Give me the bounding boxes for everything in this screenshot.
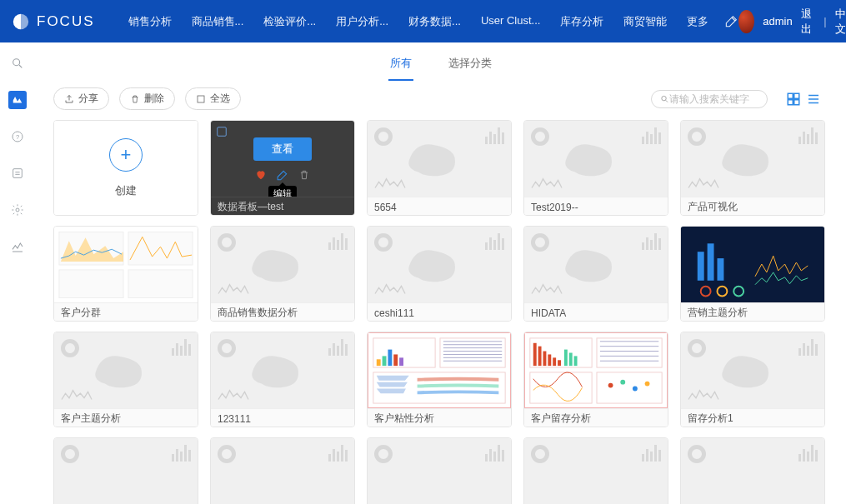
checkbox-icon [196,94,206,104]
app-header: FOCUS 销售分析 商品销售... 检验评价... 用户分析... 财务数据.… [0,0,846,42]
dashboard-card[interactable]: 商品销售数据分析 [210,226,355,322]
svg-rect-9 [788,99,793,104]
svg-rect-14 [59,270,123,298]
svg-rect-41 [597,338,662,367]
dashboard-card[interactable]: Test2019-- [523,120,668,216]
dashboard-card[interactable]: HIDATA [523,226,668,322]
toolbar: 分享 删除 全选 [35,81,846,117]
rail-help-icon[interactable]: ? [8,127,27,146]
create-card[interactable]: + 创建 [53,120,198,216]
card-title: 5654 [368,197,511,216]
card-overlay: 查看 编辑 [211,121,354,197]
svg-rect-7 [788,93,793,98]
delete-button[interactable]: 删除 [119,87,175,110]
dashboard-card[interactable]: 营销主题分析 [680,226,825,322]
nav-user-analysis[interactable]: 用户分析... [326,14,398,29]
dashboard-card[interactable]: 客户粘性分析 [367,332,512,427]
logo[interactable]: FOCUS [12,12,95,31]
list-view-icon[interactable] [806,92,821,107]
view-button[interactable]: 查看 [253,137,312,161]
edit-icon[interactable]: 编辑 [277,169,288,181]
svg-point-44 [608,383,613,388]
svg-text:?: ? [16,133,19,141]
svg-rect-17 [698,252,704,281]
nav-finance[interactable]: 财务数据... [398,14,471,29]
svg-rect-18 [708,243,714,280]
main-content: 所有 选择分类 分享 删除 全选 + 创建 [35,42,846,504]
svg-rect-40 [574,356,578,366]
share-button[interactable]: 分享 [53,87,109,110]
dashboard-card[interactable]: 客户留存分析 [523,332,668,427]
edit-nav-icon[interactable] [725,14,738,27]
dashboard-card[interactable]: 客户主题分析 [53,332,198,427]
card-title: 营销主题分析 [681,302,824,322]
dashboard-card[interactable] [53,437,198,504]
svg-rect-3 [13,169,23,178]
tab-select-category[interactable]: 选择分类 [447,51,493,81]
card-title: 客户粘性分析 [368,408,511,427]
svg-rect-28 [399,357,403,366]
rail-data-icon[interactable] [8,164,27,182]
create-label: 创建 [115,183,137,198]
dashboard-card[interactable]: 产品可视化 [680,120,825,216]
top-nav: 销售分析 商品销售... 检验评价... 用户分析... 财务数据... Use… [118,14,739,29]
plus-icon: + [109,138,143,172]
card-title: ceshi111 [368,302,511,322]
dashboard-card[interactable]: 查看 编辑 数据看板—test [210,120,355,216]
nav-user-cluster[interactable]: User Clust... [471,14,551,29]
search-box[interactable] [651,90,768,108]
view-toggle [786,92,821,107]
dashboard-card[interactable]: 留存分析1 [680,332,825,427]
dashboard-card[interactable]: ceshi111 [367,226,512,322]
nav-inventory[interactable]: 库存分析 [550,14,613,29]
tab-all[interactable]: 所有 [388,51,413,81]
trash-icon [130,94,140,104]
svg-rect-38 [564,350,568,367]
dashboard-card[interactable]: 123111 [210,332,355,427]
nav-inspection[interactable]: 检验评价... [253,14,326,29]
nav-product-sales[interactable]: 商品销售... [182,14,254,29]
card-title: 留存分析1 [681,408,824,427]
select-all-label: 全选 [210,92,230,106]
select-all-button[interactable]: 全选 [185,87,241,110]
svg-rect-36 [553,357,556,366]
svg-point-45 [620,380,625,385]
card-title: 数据看板—test [211,197,354,216]
delete-icon[interactable] [298,169,310,181]
nav-sales[interactable]: 销售分析 [118,14,182,29]
card-title: 客户分群 [54,302,198,322]
svg-rect-26 [388,350,392,367]
username[interactable]: admin [763,15,792,27]
dashboard-card[interactable]: 5654 [367,120,512,216]
rail-settings-icon[interactable] [8,201,27,219]
logo-icon [12,12,30,31]
dashboard-card[interactable] [680,437,825,504]
dashboard-card[interactable]: 客户分群 [53,226,198,322]
svg-rect-33 [538,347,542,366]
rail-trend-icon[interactable] [8,237,27,256]
lang-link[interactable]: 中文 [835,7,846,37]
category-tabs: 所有 选择分类 [35,42,846,81]
svg-point-6 [662,96,666,100]
logout-link[interactable]: 退出 [801,7,816,37]
rail-dashboard-icon[interactable] [8,91,27,109]
rail-search-icon[interactable] [8,54,27,72]
search-input[interactable] [669,93,758,105]
share-icon [64,94,74,104]
card-title: 商品销售数据分析 [211,302,354,322]
avatar[interactable] [738,10,754,33]
nav-bi[interactable]: 商贸智能 [613,14,677,29]
svg-rect-25 [383,356,387,366]
svg-rect-19 [717,258,723,281]
svg-rect-13 [128,232,193,265]
card-title: 123111 [211,408,354,427]
nav-more[interactable]: 更多 [677,14,718,29]
card-title: 客户留存分析 [524,408,668,427]
svg-rect-8 [794,93,799,98]
grid-view-icon[interactable] [786,92,801,107]
dashboard-card[interactable] [210,437,355,504]
favorite-icon[interactable] [255,169,267,181]
dashboard-card[interactable] [367,437,512,504]
dashboard-card[interactable] [523,437,668,504]
svg-rect-5 [198,96,204,102]
